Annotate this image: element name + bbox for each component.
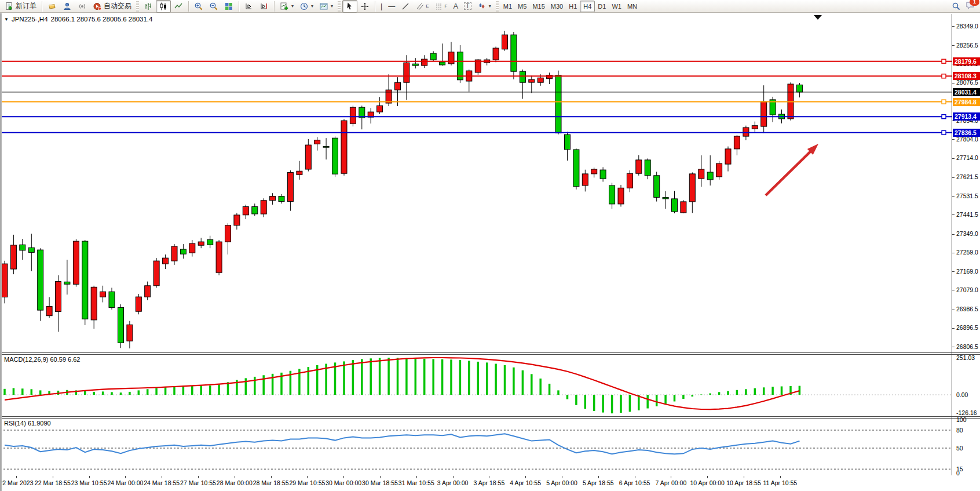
symbol-period-label: JPN225-,H4	[12, 16, 48, 23]
toolbar-grip	[136, 1, 139, 12]
new-order-label: 新订单	[16, 1, 36, 11]
profile-button[interactable]	[60, 0, 75, 13]
panel-separator[interactable]	[0, 416, 980, 417]
candle-body	[761, 101, 767, 126]
time-tick	[671, 476, 671, 478]
zoom-in-button[interactable]	[191, 0, 206, 13]
market-watch-button[interactable]	[45, 0, 60, 13]
panel-separator[interactable]	[0, 418, 980, 419]
time-tick-label: 7 Apr 00:00	[656, 479, 687, 486]
vertical-line-tool[interactable]: |	[378, 0, 385, 13]
candle-body	[332, 138, 338, 174]
auto-trading-button[interactable]: 自动交易	[90, 0, 134, 13]
horizontal-line-tool[interactable]: —	[385, 0, 398, 13]
time-tick-label: 23 Mar 10:55	[71, 479, 107, 486]
time-tick	[707, 476, 708, 478]
window-left-border	[0, 13, 2, 491]
tab-m30[interactable]: M30	[548, 1, 566, 12]
templates-button[interactable]: ▾	[316, 0, 336, 13]
signals-button[interactable]	[75, 0, 90, 13]
candle-body	[796, 85, 802, 92]
divider	[375, 1, 375, 12]
notifications-button[interactable]: 1	[966, 1, 975, 12]
candlestick-chart[interactable]	[0, 14, 952, 352]
time-tick-label: 10 Apr 00:00	[690, 479, 725, 486]
new-order-icon	[5, 2, 14, 11]
price-axis[interactable]: 28349.028256.528166.528076.527894.027804…	[952, 13, 980, 489]
trend-arrow-annotation[interactable]	[766, 144, 818, 195]
price-tick	[952, 83, 955, 83]
candle-body	[520, 71, 525, 82]
macd-panel[interactable]	[0, 355, 952, 416]
indicators-button[interactable]: ▾	[277, 0, 297, 13]
tab-h4[interactable]: H4	[580, 1, 595, 12]
candle-body	[627, 173, 632, 188]
price-line-badge: 28179.6	[953, 57, 980, 66]
candle-body	[529, 79, 535, 82]
collapse-triangle-icon[interactable]: ▼	[4, 17, 9, 22]
time-tick-label: 5 Apr 18:55	[583, 479, 614, 486]
bar-chart-button[interactable]	[141, 0, 156, 13]
candle-body	[752, 126, 758, 129]
panel-separator[interactable]	[0, 354, 980, 355]
tab-m15[interactable]: M15	[529, 1, 547, 12]
candle-body	[261, 201, 266, 214]
notification-badge: 1	[970, 0, 979, 6]
fibonacci-icon	[435, 2, 443, 11]
candle-body	[127, 325, 133, 341]
arrows-tool[interactable]: ▾	[474, 0, 494, 13]
search-icon[interactable]	[952, 2, 961, 11]
candle-body	[725, 149, 731, 164]
tab-w1[interactable]: W1	[609, 1, 624, 12]
price-tick-label: 27079.0	[956, 286, 978, 293]
tab-d1[interactable]: D1	[595, 1, 609, 12]
candle-body	[180, 249, 186, 254]
auto-scroll-button[interactable]	[242, 0, 257, 13]
time-tick-label: 6 Apr 10:55	[619, 479, 650, 486]
time-tick-label: 30 Mar 18:55	[362, 479, 398, 486]
candle-body	[109, 292, 115, 307]
rsi-axis-label: 50	[956, 445, 963, 452]
candle-body	[91, 287, 97, 320]
candlestick-chart-button[interactable]	[156, 0, 171, 13]
chart-shift-button[interactable]	[257, 0, 272, 13]
line-chart-button[interactable]	[171, 0, 186, 13]
fibonacci-tool[interactable]: F	[432, 0, 451, 13]
candle-body	[422, 59, 427, 66]
time-tick-label: 5 Apr 00:00	[546, 479, 577, 486]
tab-m5[interactable]: M5	[515, 1, 529, 12]
trendline-tool[interactable]	[398, 0, 413, 13]
text-a-icon: A	[453, 2, 458, 10]
time-tick-label: 28 Mar 00:00	[217, 479, 253, 486]
time-axis[interactable]: 22 Mar 202322 Mar 18:5523 Mar 10:5524 Ma…	[0, 476, 980, 491]
crosshair-tool-button[interactable]	[357, 0, 372, 13]
tab-mn[interactable]: MN	[624, 1, 640, 12]
candle-body	[252, 207, 258, 214]
candle-body	[377, 106, 383, 112]
candle-body	[493, 48, 499, 60]
cursor-tool-button[interactable]	[342, 0, 357, 13]
rsi-panel[interactable]	[0, 419, 952, 476]
crosshair-icon	[360, 2, 370, 11]
text-label-tool[interactable]: T	[461, 0, 474, 13]
zoom-out-button[interactable]	[206, 0, 221, 13]
channel-tool[interactable]: E	[413, 0, 432, 13]
tab-h1[interactable]: H1	[566, 1, 580, 12]
price-line-badge: 27984.8	[953, 98, 980, 106]
line-handle	[942, 100, 946, 104]
text-tool[interactable]: A	[450, 0, 461, 13]
tab-m1[interactable]: M1	[500, 1, 515, 12]
periods-button[interactable]: ▾	[297, 0, 316, 13]
panel-separator[interactable]	[0, 352, 980, 353]
ticket-icon	[47, 2, 57, 11]
candle-body	[743, 128, 749, 136]
price-tick-label: 27259.0	[956, 249, 978, 256]
toolbar-grip	[496, 1, 499, 12]
line-handle	[942, 115, 946, 119]
time-tick	[198, 476, 199, 478]
new-order-button[interactable]: 新订单	[2, 0, 39, 13]
time-tick	[235, 476, 235, 478]
time-tick-label: 24 Mar 18:55	[144, 479, 180, 486]
template-icon	[319, 2, 328, 11]
tile-windows-button[interactable]	[221, 0, 236, 13]
